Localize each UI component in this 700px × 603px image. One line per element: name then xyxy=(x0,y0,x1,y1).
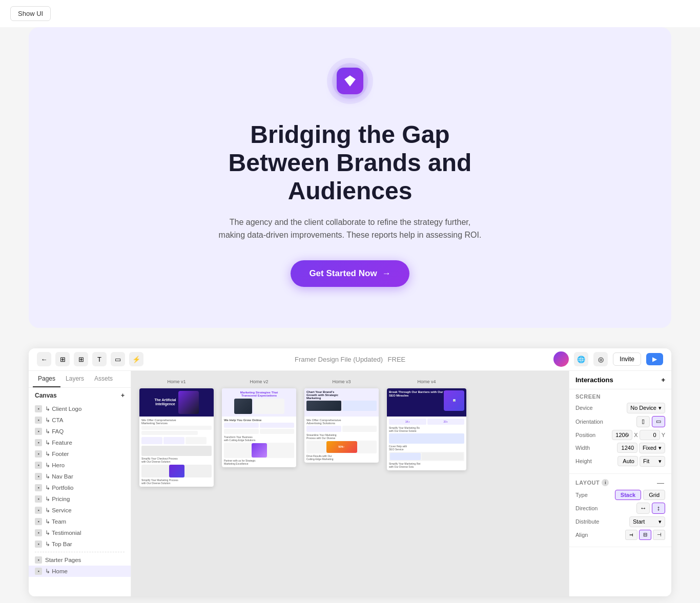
list-item-home[interactable]: ▪ ↳ Home xyxy=(29,566,131,577)
framer-shape-icon[interactable]: ▭ xyxy=(111,352,125,366)
position-y-input[interactable] xyxy=(640,430,660,440)
tab-assets[interactable]: Assets xyxy=(89,371,118,387)
list-item-client-logo[interactable]: ▪ ↳ Client Logo xyxy=(29,403,131,414)
portrait-button[interactable]: ▯ xyxy=(636,416,650,427)
align-label: Align xyxy=(575,532,588,538)
position-x-input[interactable] xyxy=(612,430,632,440)
height-mode-dropdown[interactable]: Fit ▾ xyxy=(640,456,665,467)
type-label: Type xyxy=(575,492,588,498)
framer-sidebar-tabs: Pages Layers Assets xyxy=(29,371,131,388)
show-ui-button[interactable]: Show UI xyxy=(10,6,51,21)
position-label: Position xyxy=(575,432,595,438)
canvas-section-header: Canvas + xyxy=(29,388,131,403)
type-row: Type Stack Grid xyxy=(575,490,665,500)
list-item-pricing[interactable]: ▪ ↳ Pricing xyxy=(29,493,131,505)
align-center-button[interactable]: ⊟ xyxy=(639,530,651,540)
share-icon[interactable]: ◎ xyxy=(593,352,608,366)
direction-label: Direction xyxy=(575,505,598,511)
info-icon[interactable]: i xyxy=(602,479,609,486)
width-input[interactable] xyxy=(617,443,637,453)
framer-canvas[interactable]: Home v1 The ArtificialIntelligence We Of… xyxy=(131,371,569,596)
list-item-starter-pages[interactable]: ▪ Starter Pages xyxy=(29,554,131,566)
canvas-page-2[interactable]: Marketing Strategies ThatTranscend Expec… xyxy=(222,388,296,467)
device-row: Device No Device ▾ xyxy=(575,403,665,413)
orientation-buttons: ▯ ▭ xyxy=(636,416,665,427)
align-right-button[interactable]: ⊣ xyxy=(653,530,665,540)
width-mode-dropdown[interactable]: Fixed ▾ xyxy=(639,443,665,453)
framer-grid-icon[interactable]: ⊞ xyxy=(74,352,88,366)
vertical-dir-button[interactable]: ↕ xyxy=(652,503,665,514)
align-left-button[interactable]: ⫤ xyxy=(625,530,637,540)
canvas-page-4[interactable]: Break Through Our Barriers with Our Feat… xyxy=(387,388,466,470)
list-item-testimonial[interactable]: ▪ ↳ Testimonial xyxy=(29,527,131,538)
height-input[interactable] xyxy=(617,456,638,466)
page-icon: ▪ xyxy=(35,405,42,412)
framer-component-icon[interactable]: ⚡ xyxy=(129,352,143,366)
framer-topbar: ← ⊞ ⊞ T ▭ ⚡ Framer Design File (Updated)… xyxy=(29,348,671,371)
canvas-page-group-1: Home v1 The ArtificialIntelligence We Of… xyxy=(139,379,214,487)
cta-button[interactable]: Get Started Now → xyxy=(291,260,409,287)
list-item-topbar[interactable]: ▪ ↳ Top Bar xyxy=(29,538,131,550)
orientation-row: Orientation ▯ ▭ xyxy=(575,416,665,427)
stack-button[interactable]: Stack xyxy=(615,490,641,500)
list-item-navbar[interactable]: ▪ ↳ Nav Bar xyxy=(29,471,131,482)
canvas-page-group-2: Home v2 Marketing Strategies ThatTransce… xyxy=(222,379,296,467)
distribute-dropdown[interactable]: Start ▾ xyxy=(629,516,665,527)
direction-buttons: ↔ ↕ xyxy=(636,503,665,514)
page-icon: ▪ xyxy=(35,417,42,424)
add-interaction-button[interactable]: + xyxy=(661,376,665,384)
list-item-service[interactable]: ▪ ↳ Service xyxy=(29,505,131,516)
list-item-team[interactable]: ▪ ↳ Team xyxy=(29,516,131,527)
device-dropdown[interactable]: No Device ▾ xyxy=(627,403,665,413)
canvas-page-label-3: Home v3 xyxy=(332,379,351,384)
add-canvas-button[interactable]: + xyxy=(121,392,125,399)
globe-icon[interactable]: 🌐 xyxy=(574,352,588,366)
diamond-icon xyxy=(343,74,357,88)
hero-subtitle: The agency and the client collaborate to… xyxy=(217,216,483,242)
application-top-bar: Show UI xyxy=(0,0,700,27)
list-item-footer[interactable]: ▪ ↳ Footer xyxy=(29,448,131,460)
framer-sidebar: Pages Layers Assets Canvas + ▪ ↳ Client … xyxy=(29,371,131,596)
user-avatar xyxy=(553,351,569,367)
height-inputs: Fit ▾ xyxy=(617,456,665,467)
cta-label: Get Started Now xyxy=(309,268,377,279)
tab-layers[interactable]: Layers xyxy=(60,371,89,387)
framer-back-icon[interactable]: ← xyxy=(37,352,51,366)
page-icon: ▪ xyxy=(35,507,42,514)
canvas-page-label-2: Home v2 xyxy=(250,379,268,384)
position-inputs: X Y xyxy=(612,430,665,440)
orientation-label: Orientation xyxy=(575,419,603,425)
framer-add-frame-icon[interactable]: ⊞ xyxy=(55,352,70,366)
interactions-label: Interactions xyxy=(575,376,613,384)
page-icon: ▪ xyxy=(35,450,42,458)
list-item-cta[interactable]: ▪ ↳ CTA xyxy=(29,414,131,426)
list-item-feature[interactable]: ▪ ↳ Feature xyxy=(29,437,131,448)
canvas-page-1[interactable]: The ArtificialIntelligence We Offer Comp… xyxy=(139,388,214,487)
page-icon: ▪ xyxy=(35,439,42,446)
position-row: Position X Y xyxy=(575,430,665,440)
canvas-page-group-4: Home v4 Break Through Our Barriers with … xyxy=(387,379,466,470)
framer-text-icon[interactable]: T xyxy=(92,352,107,366)
height-label: Height xyxy=(575,458,592,464)
page-icon: ▪ xyxy=(35,484,42,491)
canvas-page-3[interactable]: Chart Your Brand'sGrowth with StrategicM… xyxy=(304,388,379,463)
layout-header-row: Layout i — xyxy=(575,478,665,487)
interactions-panel-header: Interactions + xyxy=(569,371,671,389)
align-row: Align ⫤ ⊟ ⊣ xyxy=(575,530,665,540)
list-item-faq[interactable]: ▪ ↳ FAQ xyxy=(29,426,131,437)
page-icon: ▪ xyxy=(35,556,42,564)
framer-file-title: Framer Design File (Updated) FREE xyxy=(292,356,405,363)
list-item-portfolio[interactable]: ▪ ↳ Portfolio xyxy=(29,482,131,493)
list-item-hero[interactable]: ▪ ↳ Hero xyxy=(29,460,131,471)
screen-section: Screen Device No Device ▾ Orientation ▯ … xyxy=(569,389,671,474)
collapse-layout-button[interactable]: — xyxy=(656,478,665,487)
horizontal-dir-button[interactable]: ↔ xyxy=(636,503,650,514)
landscape-button[interactable]: ▭ xyxy=(652,416,665,427)
canvas-page-label-1: Home v1 xyxy=(167,379,186,384)
invite-button[interactable]: Invite xyxy=(613,352,641,366)
page-icon: ▪ xyxy=(35,529,42,536)
play-button[interactable]: ▶ xyxy=(646,353,663,365)
tab-pages[interactable]: Pages xyxy=(33,371,60,387)
grid-button[interactable]: Grid xyxy=(643,490,665,500)
direction-row: Direction ↔ ↕ xyxy=(575,503,665,514)
